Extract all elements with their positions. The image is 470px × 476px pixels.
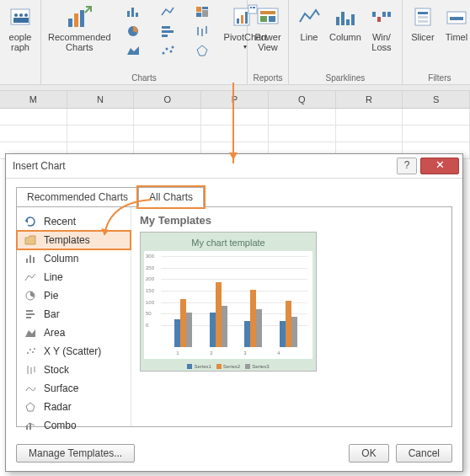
category-label: Surface — [44, 382, 78, 394]
category-bar[interactable]: Bar — [17, 305, 131, 324]
insert-chart-dialog: Insert Chart ? ✕ Recommended Charts All … — [5, 153, 463, 472]
svg-rect-45 — [372, 12, 376, 17]
people-graph-label: eople raph — [9, 32, 32, 52]
chart-type-hierarchy[interactable] — [185, 3, 219, 21]
category-area[interactable]: Area — [17, 324, 131, 342]
chart-type-radar[interactable] — [185, 41, 219, 60]
sparkline-column-button[interactable]: Column — [326, 2, 365, 44]
stock-icon — [24, 363, 37, 377]
chart-type-line[interactable] — [151, 3, 184, 21]
category-line[interactable]: Line — [17, 268, 131, 286]
combo-icon — [24, 419, 37, 432]
ok-button[interactable]: OK — [349, 444, 388, 463]
svg-rect-63 — [26, 317, 31, 318]
svg-rect-61 — [26, 310, 33, 312]
svg-point-27 — [169, 51, 172, 53]
svg-point-25 — [162, 52, 164, 55]
recommended-charts-button[interactable]: Recommended Charts — [45, 2, 115, 54]
col-header[interactable]: Q — [269, 91, 336, 108]
category-pie[interactable]: Pie — [17, 286, 131, 305]
template-thumbnail[interactable]: My chart template 0501001502002503001234… — [140, 232, 317, 372]
svg-rect-58 — [29, 255, 31, 263]
dropdown-icon: ▾ — [243, 42, 247, 52]
svg-point-1 — [14, 13, 18, 17]
svg-rect-38 — [260, 11, 275, 14]
svg-rect-8 — [74, 13, 78, 27]
category-label: Pie — [44, 290, 58, 302]
sparkline-winloss-label: Win/ Loss — [371, 32, 391, 52]
category-label: Stock — [44, 364, 69, 376]
category-label: Templates — [44, 234, 90, 246]
people-graph-button[interactable]: eople raph — [3, 2, 37, 54]
svg-rect-42 — [341, 12, 344, 25]
svg-rect-31 — [237, 19, 239, 24]
category-stock[interactable]: Stock — [17, 361, 131, 379]
thumbnail-title: My chart template — [144, 238, 312, 248]
svg-rect-20 — [162, 35, 168, 37]
radar-icon — [24, 400, 37, 414]
svg-marker-55 — [101, 228, 109, 235]
category-surface[interactable]: Surface — [17, 379, 131, 398]
line-icon — [24, 270, 37, 284]
slicer-button[interactable]: Slicer — [406, 2, 440, 44]
category-scatter[interactable]: X Y (Scatter) — [17, 342, 131, 361]
timeline-button[interactable]: Timel — [440, 2, 470, 44]
col-header[interactable]: P — [201, 91, 269, 108]
sparkline-line-button[interactable]: Line — [292, 2, 326, 44]
sparkline-column-label: Column — [329, 32, 361, 42]
category-label: Line — [44, 271, 63, 283]
preview-header: My Templates — [140, 214, 443, 227]
svg-rect-14 — [202, 7, 208, 9]
ribbon-group-filters-label: Filters — [406, 72, 470, 84]
scatter-icon — [24, 345, 37, 358]
ribbon: eople raph Recommended Charts — [0, 0, 470, 85]
cell-row[interactable] — [0, 109, 470, 126]
svg-rect-9 — [80, 10, 84, 27]
svg-point-68 — [34, 348, 35, 350]
power-view-button[interactable]: Power View — [251, 2, 285, 54]
category-combo[interactable]: Combo — [17, 416, 131, 435]
category-label: X Y (Scatter) — [44, 345, 101, 357]
svg-rect-50 — [418, 12, 428, 14]
help-button[interactable]: ? — [397, 158, 417, 174]
cancel-button[interactable]: Cancel — [396, 444, 452, 463]
chart-type-column[interactable] — [116, 3, 150, 21]
sparkline-winloss-button[interactable]: Win/ Loss — [365, 2, 398, 54]
chart-type-scatter[interactable] — [151, 41, 184, 60]
chart-type-bar[interactable] — [151, 22, 184, 40]
svg-rect-18 — [162, 26, 170, 29]
sparkline-column-icon — [332, 3, 359, 30]
svg-marker-64 — [25, 329, 35, 337]
chart-type-pie[interactable] — [116, 22, 150, 40]
svg-rect-39 — [260, 16, 267, 22]
category-radar[interactable]: Radar — [17, 398, 131, 416]
col-header[interactable]: R — [336, 91, 403, 108]
slicer-icon — [409, 3, 436, 30]
col-header[interactable]: O — [134, 91, 201, 108]
col-header[interactable]: N — [67, 91, 135, 108]
chart-type-gallery — [115, 2, 221, 61]
svg-point-3 — [24, 13, 28, 17]
col-header[interactable]: S — [403, 91, 470, 108]
category-label: Combo — [44, 420, 77, 431]
power-view-label: Power View — [254, 32, 280, 52]
chart-type-area[interactable] — [116, 41, 150, 60]
manage-templates-button[interactable]: Manage Templates... — [16, 444, 135, 463]
annotation-arrow — [101, 198, 160, 223]
recommended-charts-icon — [66, 3, 93, 30]
category-column[interactable]: Column — [17, 249, 131, 268]
col-header[interactable]: M — [0, 91, 67, 108]
cell-row[interactable] — [0, 126, 470, 142]
chart-type-stock[interactable] — [185, 22, 219, 40]
svg-point-66 — [29, 349, 31, 350]
category-label: Bar — [44, 308, 60, 320]
svg-rect-6 — [24, 18, 29, 23]
sparkline-winloss-icon — [368, 3, 395, 30]
category-label: Area — [44, 327, 65, 339]
column-headers: M N O P Q R S — [0, 91, 470, 109]
surface-icon — [24, 382, 37, 395]
svg-point-65 — [27, 352, 29, 354]
pie-icon — [24, 289, 37, 302]
close-button[interactable]: ✕ — [420, 158, 459, 174]
svg-marker-24 — [127, 46, 139, 55]
